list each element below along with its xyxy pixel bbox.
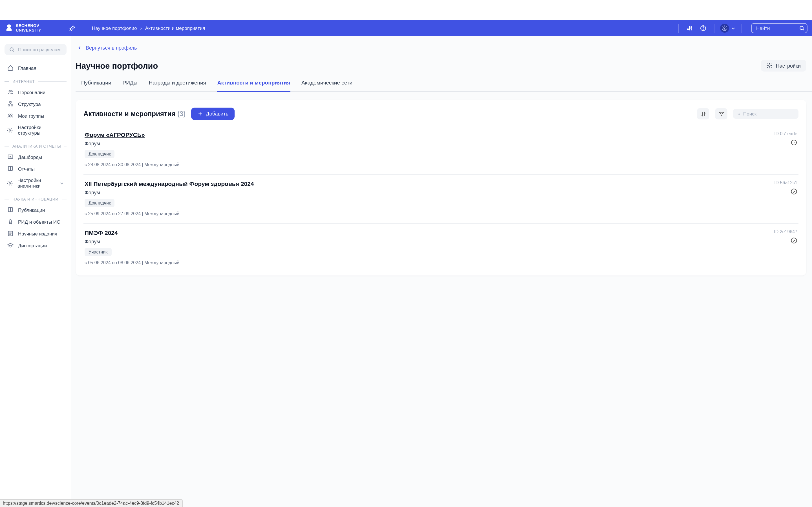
chevron-down-icon [731, 25, 736, 31]
sidebar-section-header: ИНТРАНЕТ [4, 79, 66, 83]
dashboard-icon [7, 154, 13, 160]
event-role-badge: Участник [85, 248, 112, 256]
svg-point-22 [769, 65, 770, 66]
svg-rect-14 [11, 105, 13, 106]
sidebar-item-label: Диссертации [18, 242, 47, 248]
svg-rect-12 [9, 102, 11, 103]
event-id: ID 2e19647 [774, 229, 797, 234]
sidebar-section-label: ИНТРАНЕТ [12, 79, 35, 83]
back-to-profile-link[interactable]: Вернуться в профиль [75, 45, 812, 51]
event-item[interactable]: Форум «АГРОРУСЬ»ID 0c1eadeФорумДокладчик… [84, 126, 799, 175]
event-title[interactable]: Форум «АГРОРУСЬ» [85, 131, 145, 138]
logo[interactable]: SECHENOV UNIVERSITY [4, 24, 41, 33]
event-item[interactable]: XII Петербургский международный Форум зд… [84, 175, 799, 224]
award-icon [7, 219, 13, 225]
sidebar-item-label: Настройки аналитики [17, 177, 55, 189]
sliders-icon[interactable] [684, 23, 695, 33]
plus-icon [197, 111, 203, 117]
sidebar-section-label: АНАЛИТИКА И ОТЧЕТЫ [12, 144, 61, 148]
sidebar-item-label: Настройки структуры [18, 124, 64, 136]
event-type: Форум [85, 190, 100, 195]
svg-point-20 [9, 220, 11, 222]
divider [714, 24, 714, 33]
svg-point-7 [724, 28, 725, 29]
home-icon [7, 65, 13, 71]
search-icon [9, 47, 15, 52]
sidebar-search-input[interactable] [18, 47, 69, 52]
settings-button[interactable]: Настройки [761, 60, 806, 71]
sidebar-item-label: Структура [18, 101, 41, 107]
sidebar-item-analytics-settings[interactable]: Настройки аналитики [4, 175, 66, 191]
sidebar-item-journals[interactable]: Научные издания [4, 228, 66, 239]
divider [678, 24, 679, 33]
breadcrumb-item[interactable]: Научное портфолио [92, 25, 137, 31]
breadcrumb-item[interactable]: Активности и мероприятия [145, 25, 205, 31]
app-header: SECHENOV UNIVERSITY Научное портфолио › … [0, 20, 812, 36]
add-button[interactable]: Добавить [191, 108, 235, 120]
gear-icon [766, 62, 772, 69]
sidebar-item-label: Мои группы [18, 113, 44, 119]
sidebar-item-persons[interactable]: Персоналии [4, 86, 66, 98]
journal-icon [7, 230, 13, 237]
clock-icon [791, 139, 797, 146]
global-search[interactable] [751, 23, 808, 33]
event-type: Форум [85, 141, 100, 147]
sidebar-section-header: НАУКА И ИННОВАЦИИ [4, 197, 66, 201]
svg-point-17 [9, 129, 11, 131]
event-title[interactable]: XII Петербургский международный Форум зд… [85, 180, 254, 187]
sidebar-item-label: Публикации [18, 207, 45, 213]
svg-point-23 [738, 113, 739, 114]
sidebar-item-rid[interactable]: РИД и объекты ИС [4, 216, 66, 228]
event-item[interactable]: ПМЭФ 2024ID 2e19647ФорумУчастникс 05.06.… [84, 224, 799, 272]
structure-icon [7, 101, 13, 107]
help-icon[interactable] [698, 23, 708, 33]
users-icon [7, 89, 13, 95]
sidebar-search[interactable] [4, 44, 66, 55]
svg-point-16 [10, 114, 12, 116]
svg-point-2 [691, 27, 692, 29]
panel-count: (3) [177, 110, 186, 118]
event-role-badge: Докладчик [85, 199, 115, 207]
sidebar-item-structure-settings[interactable]: Настройки структуры [4, 122, 66, 138]
global-search-input[interactable] [756, 25, 796, 31]
divider [742, 24, 742, 33]
search-icon [799, 25, 805, 31]
event-meta: с 28.08.2024 по 30.08.2024 | Международн… [85, 162, 797, 167]
chevron-right-icon: › [140, 25, 142, 31]
sidebar-item-dashboards[interactable]: Дашборды [4, 151, 66, 163]
tab-2[interactable]: Награды и достижения [149, 79, 206, 91]
avatar [720, 24, 729, 33]
filter-button[interactable] [715, 108, 727, 119]
sidebar-item-label: Отчеты [18, 166, 35, 172]
event-role-badge: Докладчик [85, 150, 115, 158]
pin-toggle-button[interactable] [67, 23, 77, 33]
tab-0[interactable]: Публикации [81, 79, 111, 91]
svg-point-10 [9, 91, 10, 92]
user-menu[interactable] [720, 24, 736, 33]
sort-button[interactable] [697, 108, 709, 119]
sidebar-item-dissertations[interactable]: Диссертации [4, 239, 66, 251]
panel-search-input[interactable] [743, 111, 794, 117]
sidebar-item-home[interactable]: Главная [4, 62, 66, 74]
page-title: Научное портфолио [75, 61, 158, 70]
tab-3[interactable]: Активности и мероприятия [217, 79, 290, 92]
book-icon [7, 207, 13, 213]
sidebar: Главная ИНТРАНЕТ Персоналии Структура Мо… [0, 36, 71, 507]
svg-point-11 [11, 91, 12, 92]
panel-search[interactable] [733, 109, 799, 119]
add-label: Добавить [206, 111, 229, 117]
sidebar-item-label: Персоналии [18, 89, 45, 95]
tab-4[interactable]: Академические сети [301, 79, 352, 91]
sidebar-item-mygroups[interactable]: Мои группы [4, 110, 66, 122]
event-title[interactable]: ПМЭФ 2024 [85, 229, 118, 236]
sidebar-item-structure[interactable]: Структура [4, 98, 66, 110]
sidebar-item-publications[interactable]: Публикации [4, 204, 66, 216]
event-meta: с 05.06.2024 по 08.06.2024 | Международн… [85, 260, 797, 265]
tab-1[interactable]: РИДы [123, 79, 138, 91]
gear-icon [7, 180, 13, 186]
tabs: ПубликацииРИДыНаграды и достиженияАктивн… [75, 79, 812, 92]
browser-status-url: https://stage.smartics.dev/science-core/… [0, 499, 183, 507]
verified-icon [791, 237, 797, 244]
graduation-icon [7, 242, 13, 248]
sidebar-item-reports[interactable]: Отчеты [4, 163, 66, 175]
